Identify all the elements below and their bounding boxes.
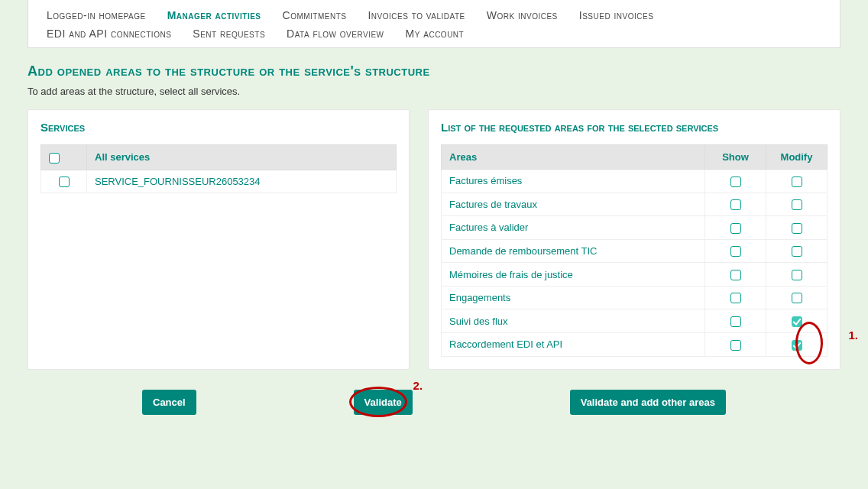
area-show-checkbox[interactable] <box>730 176 741 187</box>
service-name[interactable]: SERVICE_FOURNISSEUR26053234 <box>87 170 397 193</box>
area-name: Factures à valider <box>442 216 705 240</box>
nav-item[interactable]: EDI and API connections <box>36 24 182 43</box>
area-modify-cell <box>766 216 828 240</box>
services-header-label: All services <box>87 145 397 170</box>
panels-wrapper: Services All services SERVICE_FOURNISSEU… <box>28 109 840 370</box>
area-show-checkbox[interactable] <box>730 270 741 280</box>
area-show-cell <box>705 239 766 263</box>
nav-item[interactable]: Commitments <box>272 6 358 24</box>
services-panel-title: Services <box>40 121 397 134</box>
area-modify-cell <box>766 170 828 193</box>
area-modify-checkbox[interactable] <box>792 223 802 234</box>
annotation-label-2: 2. <box>413 379 423 392</box>
table-row: Factures émises <box>442 170 828 193</box>
table-row: Factures de travaux <box>442 193 828 216</box>
area-show-cell <box>705 309 766 333</box>
table-row: Raccordement EDI et API <box>442 332 828 356</box>
nav-item[interactable]: My account <box>395 24 475 43</box>
area-show-cell <box>705 286 766 309</box>
nav-row-2: EDI and API connectionsSent requestsData… <box>36 24 832 43</box>
area-modify-checkbox[interactable] <box>792 176 802 187</box>
area-modify-checkbox[interactable] <box>792 340 802 351</box>
area-modify-cell <box>766 332 828 356</box>
select-all-services-checkbox[interactable] <box>49 153 60 164</box>
area-show-cell <box>705 263 766 287</box>
area-show-cell <box>705 216 766 240</box>
validate-add-other-button[interactable]: Validate and add other areas <box>570 390 726 415</box>
services-header-checkbox-cell <box>41 145 87 170</box>
area-show-checkbox[interactable] <box>730 223 741 234</box>
nav-item[interactable]: Sent requests <box>182 24 276 43</box>
areas-header-area: Areas <box>442 145 705 170</box>
nav-item[interactable]: Issued invoices <box>568 6 665 24</box>
button-row: Cancel Validate 2. Validate and add othe… <box>28 390 840 415</box>
nav-item[interactable]: Work invoices <box>476 6 568 24</box>
area-show-checkbox[interactable] <box>730 293 741 303</box>
validate-button[interactable]: Validate <box>354 390 413 415</box>
validate-wrapper: Validate 2. <box>354 390 413 415</box>
area-modify-cell <box>766 193 828 216</box>
page-subtitle: To add areas at the structure, select al… <box>28 86 840 97</box>
area-name: Demande de remboursement TIC <box>442 239 705 263</box>
area-name: Factures émises <box>442 170 705 193</box>
table-row: Factures à valider <box>442 216 828 240</box>
area-modify-cell <box>766 239 828 263</box>
area-show-checkbox[interactable] <box>730 199 741 210</box>
table-row: SERVICE_FOURNISSEUR26053234 <box>41 170 397 193</box>
cancel-button[interactable]: Cancel <box>142 390 196 415</box>
nav-item[interactable]: Data flow overview <box>276 24 394 43</box>
area-modify-checkbox[interactable] <box>792 316 802 327</box>
area-modify-checkbox[interactable] <box>792 293 802 303</box>
page-body: Add opened areas to the structure or the… <box>0 48 868 415</box>
nav-item[interactable]: Manager activities <box>157 6 272 24</box>
area-name: Raccordement EDI et API <box>442 332 705 356</box>
area-show-cell <box>705 332 766 356</box>
area-show-cell <box>705 170 766 193</box>
area-name: Engagements <box>442 286 705 309</box>
page-title: Add opened areas to the structure or the… <box>28 63 840 79</box>
areas-table: Areas Show Modify Factures émisesFacture… <box>441 144 828 357</box>
area-show-cell <box>705 193 766 216</box>
nav-item[interactable]: Invoices to validate <box>357 6 475 24</box>
service-checkbox[interactable] <box>59 176 70 187</box>
area-modify-cell <box>766 263 828 287</box>
annotation-label-1: 1. <box>848 329 858 342</box>
table-row: Engagements <box>442 286 828 309</box>
area-modify-cell <box>766 286 828 309</box>
services-table: All services SERVICE_FOURNISSEUR26053234 <box>40 144 397 193</box>
area-modify-checkbox[interactable] <box>792 199 802 210</box>
area-modify-cell <box>766 309 828 333</box>
area-show-checkbox[interactable] <box>730 246 741 257</box>
area-modify-checkbox[interactable] <box>792 270 802 280</box>
table-row: Mémoires de frais de justice <box>442 263 828 287</box>
service-checkbox-cell <box>41 170 87 193</box>
nav-item[interactable]: Logged-in homepage <box>36 6 157 24</box>
area-show-checkbox[interactable] <box>730 340 741 351</box>
areas-header-modify: Modify <box>766 145 828 170</box>
areas-panel: List of the requested areas for the sele… <box>428 109 840 370</box>
table-row: Demande de remboursement TIC <box>442 239 828 263</box>
area-show-checkbox[interactable] <box>730 316 741 327</box>
nav-row-1: Logged-in homepageManager activitiesComm… <box>36 6 832 24</box>
areas-header-show: Show <box>705 145 766 170</box>
top-navbar: Logged-in homepageManager activitiesComm… <box>28 0 840 48</box>
area-name: Suivi des flux <box>442 309 705 333</box>
area-modify-checkbox[interactable] <box>792 246 802 257</box>
area-name: Factures de travaux <box>442 193 705 216</box>
table-row: Suivi des flux <box>442 309 828 333</box>
area-name: Mémoires de frais de justice <box>442 263 705 287</box>
areas-panel-title: List of the requested areas for the sele… <box>441 121 828 134</box>
services-panel: Services All services SERVICE_FOURNISSEU… <box>28 109 410 370</box>
